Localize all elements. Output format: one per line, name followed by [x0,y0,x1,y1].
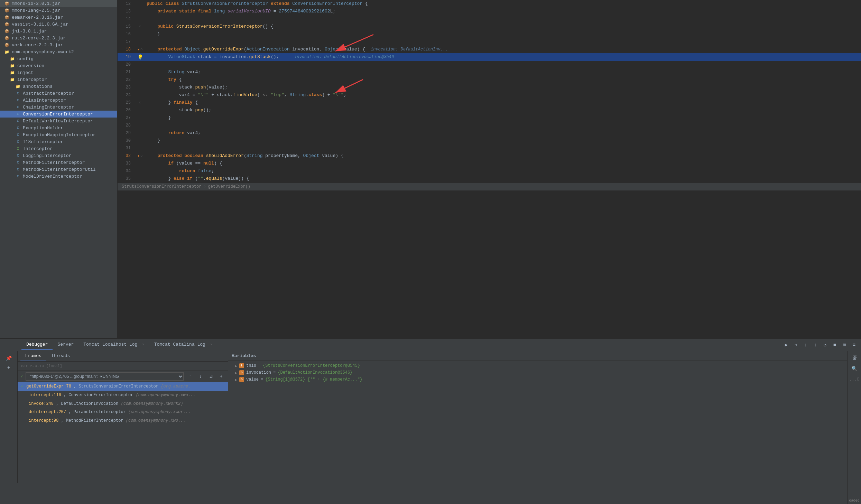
code-line-33: 33 if (value == null) { [118,160,861,167]
debugger-left-panel: 📌 + Frames Threads cat [0,351,228,504]
frame-item-1[interactable]: intercept:116 , ConversionErrorIntercept… [18,391,228,400]
sidebar: 📦 mmons-io-2.0.1.jar 📦 mmons-lang-2.5.ja… [0,0,118,338]
sidebar-item-methodfilterinterceptor[interactable]: C MethodFilterInterceptor [0,159,117,166]
code-line-21: 21 String var4; [118,68,861,76]
sidebar-item-config[interactable]: 📁 config [0,55,117,62]
var-item-this[interactable]: ▶ t this = {StrutsConversionErrorInterce… [228,362,847,369]
code-line-16: 16 } [118,30,861,38]
code-line-31: 31 [118,144,861,152]
sidebar-item-javassist[interactable]: 📦 vassist-3.11.0.GA.jar [0,21,117,28]
sidebar-item-commons-lang[interactable]: 📦 mmons-lang-2.5.jar [0,7,117,14]
sidebar-item-interceptor[interactable]: I Interceptor [0,145,117,152]
tab-debugger[interactable]: Debugger [21,340,53,350]
sidebar-item-freemarker[interactable]: 📦 eemarker-2.3.16.jar [0,14,117,21]
expand-icon: ▶ [235,371,237,375]
var-item-value[interactable]: ▶ o value = {String[1]@3572} ['" + {#_me… [228,376,847,383]
step-out-button[interactable]: ↑ [811,341,820,349]
class-icon: C [15,139,21,144]
folder-icon: 📁 [10,63,15,68]
thread-dropdown[interactable]: "http-8080-1"@2,705 ...group "main": RUN… [26,372,184,381]
subtab-threads[interactable]: Threads [46,351,75,361]
step-over-button[interactable]: ↷ [792,341,800,349]
thread-selector: ✓ "http-8080-1"@2,705 ...group "main": R… [18,371,228,382]
rerun-button[interactable]: ↺ [821,341,829,349]
thread-add-btn[interactable]: + [217,373,225,380]
breadcrumb-class: StrutsConversionErrorInterceptor [122,184,201,189]
debug-toolbar: ▶ ↷ ↓ ↑ ↺ ■ ⊞ ≡ [782,341,858,349]
sidebar-item-methodfilterinterceptorutil[interactable]: C MethodFilterInterceptorUtil [0,166,117,173]
tab-debugger-panel[interactable] [3,343,21,347]
sidebar-item-inject[interactable]: 📁 inject [0,69,117,76]
sidebar-item-defaultworkflowinterceptor[interactable]: C DefaultWorkflowInterceptor [0,118,117,124]
close-localhost-log[interactable]: × [142,343,145,347]
pin-icon[interactable]: 📌 [4,354,13,362]
code-line-28: 28 [118,122,861,129]
code-line-34: 34 return false; [118,167,861,175]
sidebar-item-jnl[interactable]: 📦 jnl-3.0.1.jar [0,28,117,35]
jar-icon: 📦 [4,28,10,34]
more-options-button[interactable]: ≡ [850,341,858,349]
class-icon: C [15,104,21,110]
sidebar-item-struts2-core[interactable]: 📦 ruts2-core-2.2.3.jar [0,35,117,41]
code-editor[interactable]: 12 public class StrutsConversionErrorInt… [118,0,861,183]
bottom-panel: Debugger Server Tomcat Localhost Log × T… [0,338,861,504]
subtab-frames[interactable]: Frames [20,351,46,361]
sidebar-item-aliasinterceptor[interactable]: C AliasInterceptor [0,97,117,104]
tab-tomcat-catalina[interactable]: Tomcat Catalina Log × [149,340,217,350]
thread-filter-btn[interactable]: ⊿ [207,373,215,380]
resume-button[interactable]: ▶ [782,341,790,349]
close-catalina-log[interactable]: × [210,343,213,347]
sidebar-item-exceptionmappinginterceptor[interactable]: C ExceptionMappingInterceptor [0,131,117,138]
frame-item-2[interactable]: invoke:248 , DefaultActionInvocation (co… [18,400,228,408]
var-search-btn[interactable]: 🔍 [850,364,859,373]
variables-panel: Variables ▶ t this = {StrutsConversionEr… [228,351,847,504]
tab-server[interactable]: Server [53,340,78,350]
code-editor-region: ⊕ ⚙ 12 public class StrutsConversionErro… [118,0,861,338]
sidebar-item-interceptor[interactable]: 📁 interceptor [0,76,117,83]
grid-view-button[interactable]: ⊞ [840,341,849,349]
jar-icon: 📦 [4,8,10,13]
sidebar-item-commons-io[interactable]: 📦 mmons-io-2.0.1.jar [0,0,117,7]
class-icon: C [15,91,21,96]
sidebar-item-package[interactable]: 📁 com.opensymphony.xwork2 [0,48,117,55]
code-line-27: 27 } [118,114,861,122]
package-icon: 📁 [4,49,10,55]
me-label: Me [851,354,858,362]
step-into-button[interactable]: ↓ [802,341,810,349]
frame-item-0[interactable]: ✓ getOverrideExpr:78 , StrutsConversionE… [18,382,228,391]
frame-item-4[interactable]: intercept:98 , MethodFilterInterceptor (… [18,417,228,425]
folder-icon: 📁 [10,56,15,62]
thread-down-btn[interactable]: ↓ [197,373,204,380]
sidebar-item-i18ninterceptor[interactable]: C I18nInterceptor [0,138,117,145]
obj-icon: o [239,370,244,375]
add-watch-icon[interactable]: + [4,364,13,372]
stop-button[interactable]: ■ [831,341,839,349]
sidebar-item-xwork-core[interactable]: 📦 vork-core-2.2.3.jar [0,41,117,48]
breadcrumb: StrutsConversionErrorInterceptor › getOv… [118,183,861,190]
code-line-25: 25 ○ } finally { [118,99,861,106]
sidebar-item-conversionerrorinterceptor[interactable]: C ConversionErrorInterceptor [0,111,117,118]
var-item-invocation[interactable]: ▶ o invocation = {DefaultActionInvocatio… [228,369,847,376]
sidebar-item-chaininginterceptor[interactable]: C ChainingInterceptor [0,104,117,111]
sidebar-item-exceptionholder[interactable]: C ExceptionHolder [0,124,117,131]
main-container: 📦 mmons-io-2.0.1.jar 📦 mmons-lang-2.5.ja… [0,0,861,504]
this-icon: t [239,363,244,368]
sidebar-item-modeldriveninterceptor[interactable]: C ModelDrivenInterceptor [0,173,117,180]
code-line-14: 14 [118,15,861,23]
tab-tomcat-localhost[interactable]: Tomcat Localhost Log × [78,340,149,350]
bottom-tabs: Debugger Server Tomcat Localhost Log × T… [0,339,861,351]
code-line-29: 29 return var4; [118,129,861,137]
class-icon: C [15,132,21,138]
jar-icon: 📦 [4,42,10,48]
code-line-22: 22 try { [118,76,861,84]
sidebar-item-conversion[interactable]: 📁 conversion [0,62,117,69]
sidebar-item-logginginterceptor[interactable]: C LoggingInterceptor [0,152,117,159]
thread-up-btn[interactable]: ↑ [186,373,194,380]
sidebar-item-abstractinterceptor[interactable]: C AbstractInterceptor [0,90,117,97]
code-line-20: 20 [118,61,861,68]
frame-item-3[interactable]: doIntercept:207 , ParametersInterceptor … [18,408,228,417]
editor-area: 📦 mmons-io-2.0.1.jar 📦 mmons-lang-2.5.ja… [0,0,861,338]
code-line-13: 13 private static final long serialVersi… [118,8,861,15]
jar-icon: 📦 [4,1,10,6]
sidebar-item-annotations[interactable]: 📁 annotations [0,83,117,90]
